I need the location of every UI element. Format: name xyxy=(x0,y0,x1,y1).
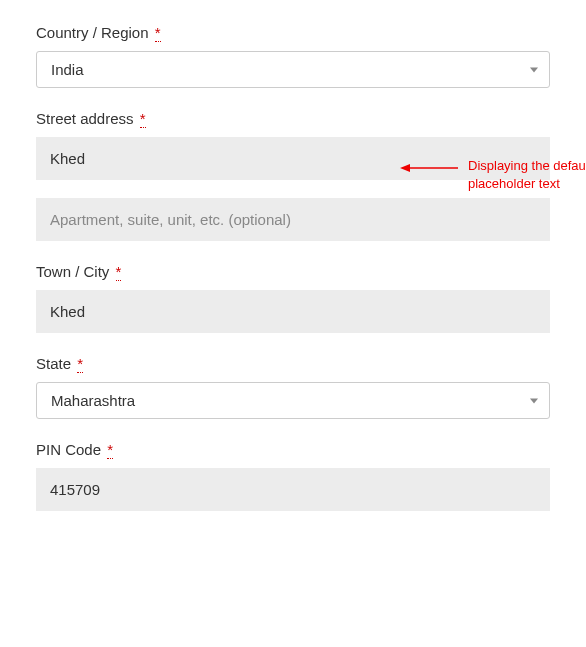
required-asterisk: * xyxy=(116,263,122,281)
city-field: Town / City * xyxy=(36,263,550,333)
pincode-input[interactable] xyxy=(36,468,550,511)
street-label-text: Street address xyxy=(36,110,134,127)
pincode-label: PIN Code * xyxy=(36,441,550,458)
state-field: State * Maharashtra xyxy=(36,355,550,419)
pincode-field: PIN Code * xyxy=(36,441,550,511)
country-select[interactable]: India xyxy=(36,51,550,88)
state-select-wrap: Maharashtra xyxy=(36,382,550,419)
country-label: Country / Region * xyxy=(36,24,550,41)
pincode-label-text: PIN Code xyxy=(36,441,101,458)
city-input[interactable] xyxy=(36,290,550,333)
state-label-text: State xyxy=(36,355,71,372)
street-label: Street address * xyxy=(36,110,550,127)
required-asterisk: * xyxy=(155,24,161,42)
country-label-text: Country / Region xyxy=(36,24,149,41)
city-label-text: Town / City xyxy=(36,263,109,280)
city-label: Town / City * xyxy=(36,263,550,280)
country-field: Country / Region * India xyxy=(36,24,550,88)
required-asterisk: * xyxy=(140,110,146,128)
country-select-wrap: India xyxy=(36,51,550,88)
required-asterisk: * xyxy=(107,441,113,459)
state-label: State * xyxy=(36,355,550,372)
street-line2-input[interactable] xyxy=(36,198,550,241)
state-select[interactable]: Maharashtra xyxy=(36,382,550,419)
required-asterisk: * xyxy=(77,355,83,373)
street-field: Street address * Displaying the default … xyxy=(36,110,550,241)
street-line1-input[interactable] xyxy=(36,137,550,180)
